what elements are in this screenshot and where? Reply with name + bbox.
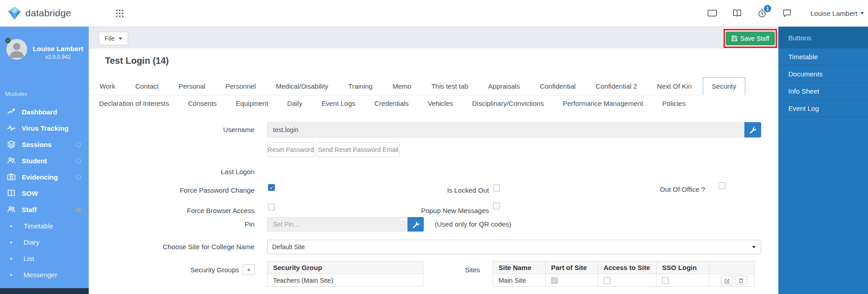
reset-password-button[interactable]: Reset Password (267, 142, 314, 157)
sidebar-item-label: Evidencing (22, 173, 58, 181)
tab-credentials[interactable]: Credentials (366, 95, 417, 112)
sidebar-item-label: Dashboard (22, 108, 57, 116)
tab-personal[interactable]: Personal (169, 77, 214, 95)
user-menu[interactable]: Louise Lambert (810, 0, 864, 27)
username-wrench-button[interactable] (744, 122, 761, 138)
brand-name: databridge (25, 8, 71, 19)
chevron-down-icon (119, 38, 122, 40)
camera-icon (7, 173, 15, 181)
apps-grid-icon[interactable] (115, 9, 124, 18)
sso-login-checkbox[interactable] (662, 277, 669, 284)
tab-confidential[interactable]: Confidential (531, 77, 585, 95)
chat-icon[interactable] (782, 8, 793, 19)
notification-badge: 1 (764, 5, 771, 12)
collapsed-indicator-icon (76, 175, 81, 180)
pin-note: (Used only for QR codes) (435, 217, 616, 232)
tab-training[interactable]: Training (339, 77, 382, 95)
tab-contact[interactable]: Contact (126, 77, 168, 95)
sidebar-item-virus-tracking[interactable]: Virus Tracking (0, 120, 89, 136)
tab-event-logs[interactable]: Event Logs (313, 95, 364, 112)
edit-site-button[interactable] (721, 275, 733, 285)
tab-work[interactable]: Work (91, 77, 125, 95)
sites-column-header-part-of-site[interactable]: Part of Site (546, 261, 598, 274)
popup-new-messages-label: Popup New Messages (353, 204, 489, 217)
tab-medical-disability[interactable]: Medical/Disability (267, 77, 337, 95)
tab-this-test-tab[interactable]: This test tab (422, 77, 477, 95)
sites-column-header-sso-login[interactable]: SSO Login (657, 261, 709, 274)
tab-personnel[interactable]: Personnel (216, 77, 265, 95)
buttons-panel-item-info-sheet[interactable]: Info Sheet (778, 83, 868, 100)
pin-input[interactable] (267, 217, 408, 232)
access-to-site-checkbox[interactable] (604, 277, 610, 284)
tab-declaration-of-interests[interactable]: Declaration of Interests (91, 95, 177, 112)
tab-next-of-kin[interactable]: Next Of Kin (648, 77, 701, 95)
tab-disciplinary-convictions[interactable]: Disciplinary/Convictions (464, 95, 552, 112)
tab-consents[interactable]: Consents (179, 95, 225, 112)
timer-icon[interactable]: 1 (757, 8, 768, 19)
force-browser-access-checkbox[interactable] (268, 204, 275, 210)
edit-icon (724, 277, 730, 284)
college-site-select[interactable]: Default Site (267, 240, 761, 254)
sidebar-item-dashboard[interactable]: Dashboard (0, 104, 89, 120)
buttons-panel-item-timetable[interactable]: Timetable (778, 48, 868, 66)
right-buttons-panel: Buttons TimetableDocumentsInfo SheetEven… (778, 27, 868, 294)
tab-policies[interactable]: Policies (653, 95, 694, 112)
sites-table: Site NamePart of SiteAccess to SiteSSO L… (493, 261, 755, 287)
tab-daily[interactable]: Daily (278, 95, 311, 112)
pin-wrench-button[interactable] (408, 217, 424, 232)
is-locked-out-checkbox[interactable] (493, 185, 500, 191)
tab-appraisals[interactable]: Appraisals (479, 77, 529, 95)
save-staff-button[interactable]: Save Staff (726, 32, 775, 45)
trash-icon (738, 277, 744, 284)
college-site-selected-value: Default Site (272, 243, 305, 251)
tab-bar-secondary: Declaration of InterestsConsentsEquipmen… (91, 95, 696, 112)
buttons-panel-items: TimetableDocumentsInfo SheetEvent Log (778, 48, 868, 117)
tab-confidential-2[interactable]: Confidential 2 (586, 77, 646, 95)
sites-column-header-site-name[interactable]: Site Name (493, 261, 546, 274)
tab-vehicles[interactable]: Vehicles (419, 95, 462, 112)
display-icon[interactable] (707, 8, 718, 19)
sidebar-subitem-messenger[interactable]: •Messenger (0, 266, 89, 283)
sidebar-subitem-timetable[interactable]: •Timetable (0, 218, 89, 234)
brand-logo[interactable]: databridge (7, 6, 71, 20)
tab-memo[interactable]: Memo (384, 77, 421, 95)
file-menu-button[interactable]: File (99, 32, 128, 45)
buttons-panel-title: Buttons (778, 27, 868, 48)
username-input[interactable] (267, 122, 744, 138)
left-sidebar: Louise Lambert v2.0.0.942 Modules Dashbo… (0, 27, 89, 288)
sidebar-subitem-diary[interactable]: •Diary (0, 234, 89, 250)
tab-performance-management[interactable]: Performance Management (554, 95, 652, 112)
send-reset-password-email-button[interactable]: Send Reset Password Email (317, 142, 400, 157)
buttons-panel-item-documents[interactable]: Documents (778, 66, 868, 83)
sso-login-cell (657, 274, 709, 287)
handbook-icon[interactable] (732, 8, 743, 19)
sidebar-item-staff[interactable]: Staff (0, 201, 89, 218)
user-menu-label: Louise Lambert (810, 9, 857, 17)
security-groups-label: Security Groups (103, 265, 239, 275)
sidebar-item-student[interactable]: Student (0, 152, 89, 169)
online-status-dot (5, 38, 10, 43)
sidebar-subitem-list[interactable]: •List (0, 250, 89, 266)
delete-site-button[interactable] (735, 275, 747, 285)
sidebar-footer-bar (0, 288, 89, 294)
add-security-group-button[interactable]: + (243, 264, 255, 275)
pin-label: Pin (89, 217, 254, 232)
bullet-icon: • (10, 271, 12, 279)
sidebar-item-sessions[interactable]: Sessions (0, 136, 89, 152)
main-content: Test Login (14) WorkContactPersonalPerso… (89, 48, 778, 294)
tab-equipment[interactable]: Equipment (227, 95, 277, 112)
popup-new-messages-checkbox[interactable] (493, 203, 500, 209)
sidebar-item-sow[interactable]: SOW (0, 185, 89, 201)
table-row[interactable]: Teachers (Main Site) (268, 274, 423, 287)
buttons-panel-item-event-log[interactable]: Event Log (778, 100, 868, 117)
username-label: Username (89, 122, 254, 138)
sites-column-header-access-to-site[interactable]: Access to Site (598, 261, 657, 274)
file-menu-label: File (105, 35, 115, 42)
databridge-gem-icon (7, 6, 22, 20)
force-password-change-checkbox[interactable]: ✓ (268, 184, 275, 191)
out-of-office-checkbox[interactable] (719, 182, 725, 189)
bullet-icon: • (10, 238, 12, 246)
tab-security[interactable]: Security (703, 77, 745, 95)
sidebar-item-evidencing[interactable]: Evidencing (0, 169, 89, 185)
profile-box[interactable]: Louise Lambert v2.0.0.942 (0, 27, 89, 66)
